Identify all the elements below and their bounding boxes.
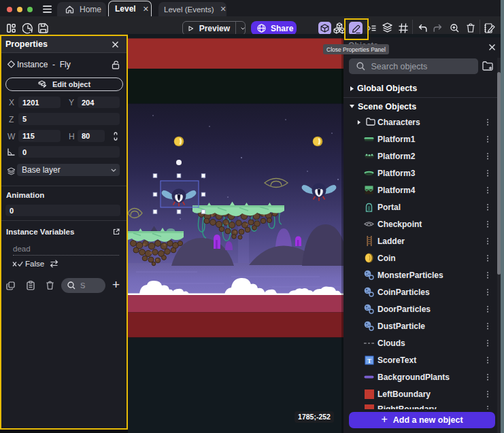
svg-text:1785;-252: 1785;-252 xyxy=(298,413,331,421)
svg-text:T: T xyxy=(367,357,371,364)
